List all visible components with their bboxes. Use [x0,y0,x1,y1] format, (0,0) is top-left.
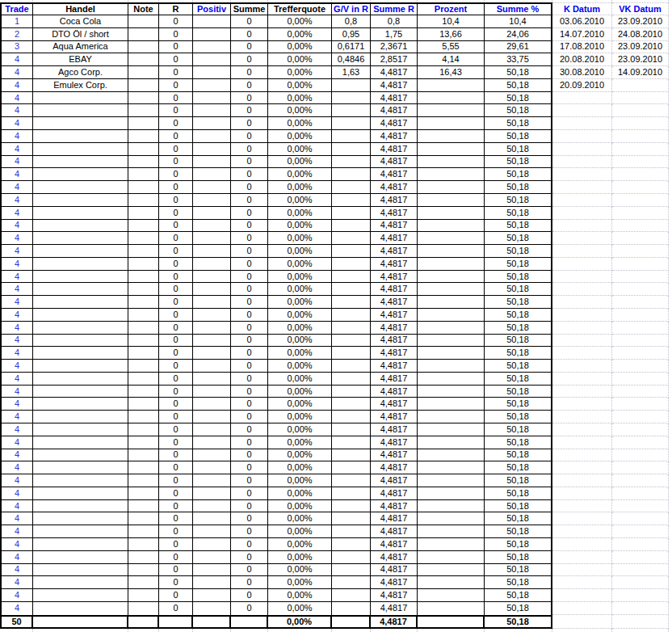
cell-note[interactable] [128,474,159,487]
cell-positiv[interactable] [193,347,231,360]
cell-summe_pct[interactable]: 50,18 [485,143,552,156]
cell-prozent[interactable] [418,322,485,335]
cell-summe_pct[interactable]: 50,18 [485,525,552,538]
cell-trade[interactable]: 4 [0,576,33,589]
cell-summe_pct[interactable]: 50,18 [485,181,552,194]
cell-handel[interactable] [33,296,128,309]
cell-summe_r[interactable]: 4,4817 [371,525,418,538]
cell-trefferquote[interactable]: 0,00% [268,66,332,79]
cell-summe[interactable]: 0 [231,41,268,54]
cell-trefferquote[interactable]: 0,00% [268,130,332,143]
cell-trade[interactable]: 4 [0,168,33,181]
cell-k_datum[interactable] [552,258,612,271]
cell-handel[interactable] [33,92,128,105]
cell-note[interactable] [128,258,159,271]
cell-trade[interactable]: 4 [0,130,33,143]
cell-gv_in_r[interactable] [332,347,371,360]
cell-summe_r[interactable]: 4,4817 [371,602,418,615]
cell-vk_datum[interactable] [612,283,669,296]
cell-note[interactable] [128,423,159,436]
cell-positiv[interactable] [193,79,231,92]
cell-r[interactable]: 0 [159,156,193,169]
cell-trade[interactable]: 4 [0,335,33,348]
cell-summe[interactable]: 0 [231,449,268,462]
cell-vk_datum[interactable] [612,461,669,474]
cell-summe_r[interactable]: 4,4817 [371,130,418,143]
cell-trefferquote[interactable]: 0,00% [268,220,332,233]
cell-summe_r[interactable]: 4,4817 [371,258,418,271]
cell-vk_datum[interactable] [612,512,669,525]
cell-vk_datum[interactable] [612,525,669,538]
cell-vk_datum[interactable] [612,271,669,284]
cell-prozent[interactable] [418,283,485,296]
cell-k_datum[interactable]: 14.07.2010 [552,28,612,41]
cell-r[interactable]: 0 [159,92,193,105]
cell-gv_in_r[interactable] [332,168,371,181]
column-header-note[interactable]: Note [128,2,159,15]
cell-summe_r[interactable]: 4,4817 [371,423,418,436]
cell-gv_in_r[interactable] [332,245,371,258]
cell-handel[interactable] [33,143,128,156]
cell-k_datum[interactable] [552,602,612,615]
cell-trefferquote[interactable]: 0,00% [268,28,332,41]
cell-summe_pct[interactable]: 50,18 [485,130,552,143]
cell-prozent[interactable] [418,474,485,487]
cell-handel[interactable]: EBAY [33,53,128,66]
cell-trade[interactable]: 4 [0,436,33,449]
cell-summe_pct[interactable]: 29,61 [485,41,552,54]
cell-summe_pct[interactable]: 50,18 [485,551,552,564]
cell-trefferquote[interactable]: 0,00% [268,117,332,130]
cell-note[interactable] [128,117,159,130]
cell-summe_r[interactable]: 4,4817 [371,373,418,386]
cell-gv_in_r[interactable] [332,500,371,513]
cell-summe_pct[interactable]: 50,18 [485,500,552,513]
cell-vk_datum[interactable] [612,386,669,398]
cell-handel[interactable] [33,398,128,411]
cell-r[interactable]: 0 [159,79,193,92]
cell-trade[interactable]: 4 [0,156,33,169]
cell-summe[interactable]: 0 [231,576,268,589]
cell-gv_in_r[interactable] [332,156,371,169]
cell-vk_datum[interactable] [612,245,669,258]
cell-positiv[interactable] [193,576,231,589]
cell-k_datum[interactable] [552,564,612,577]
cell-trade[interactable]: 4 [0,602,33,615]
cell-summe[interactable]: 0 [231,411,268,423]
cell-k_datum[interactable] [552,220,612,233]
cell-r[interactable]: 0 [159,551,193,564]
cell-prozent[interactable] [418,487,485,500]
cell-r[interactable]: 0 [159,512,193,525]
cell-summe_r[interactable]: 4,4817 [371,309,418,322]
cell-summe_pct[interactable]: 50,18 [485,411,552,423]
cell-handel[interactable] [33,487,128,500]
cell-r[interactable]: 0 [159,500,193,513]
cell-summe[interactable]: 0 [231,309,268,322]
cell-summe[interactable]: 0 [231,245,268,258]
cell-trade[interactable]: 4 [0,258,33,271]
cell-summe[interactable]: 0 [231,538,268,551]
cell-note[interactable] [128,130,159,143]
cell-positiv[interactable] [193,143,231,156]
cell-positiv[interactable] [193,423,231,436]
cell-trefferquote[interactable]: 0,00% [268,436,332,449]
cell-handel[interactable] [33,181,128,194]
cell-handel[interactable]: Emulex Corp. [33,79,128,92]
cell-note[interactable] [128,335,159,348]
cell-positiv[interactable] [193,66,231,79]
cell-r[interactable]: 0 [159,232,193,245]
cell-k_datum[interactable] [552,411,612,423]
cell-summe[interactable]: 0 [231,92,268,105]
cell-r[interactable]: 0 [159,525,193,538]
cell-trade[interactable]: 4 [0,104,33,117]
cell-trefferquote[interactable]: 0,00% [268,156,332,169]
cell-vk_datum[interactable] [612,615,669,629]
cell-note[interactable] [128,360,159,373]
column-header-handel[interactable]: Handel [33,2,128,15]
cell-prozent[interactable] [418,589,485,602]
cell-vk_datum[interactable] [612,194,669,207]
cell-trade[interactable]: 4 [0,461,33,474]
cell-prozent[interactable] [418,373,485,386]
cell-note[interactable] [128,512,159,525]
cell-handel[interactable] [33,449,128,462]
cell-handel[interactable]: Coca Cola [33,15,128,28]
